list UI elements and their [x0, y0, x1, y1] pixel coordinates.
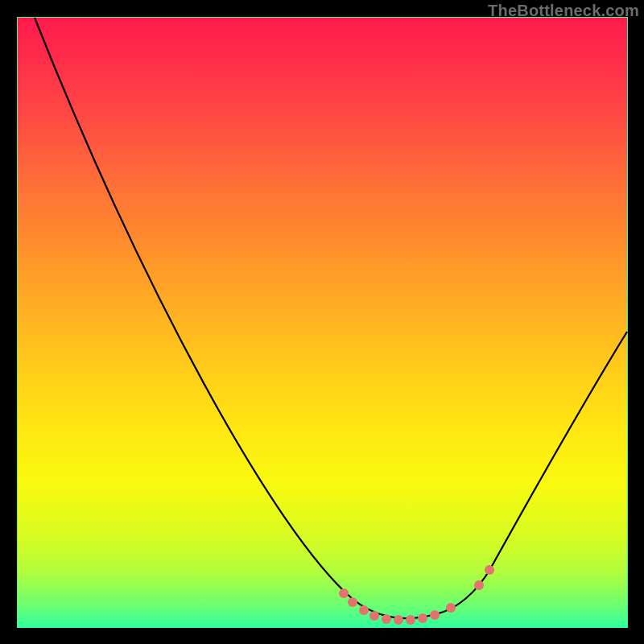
watermark-text: TheBottleneck.com [488, 2, 639, 20]
chart-canvas: TheBottleneck.com [0, 0, 644, 644]
gradient-plot-area [17, 17, 628, 628]
